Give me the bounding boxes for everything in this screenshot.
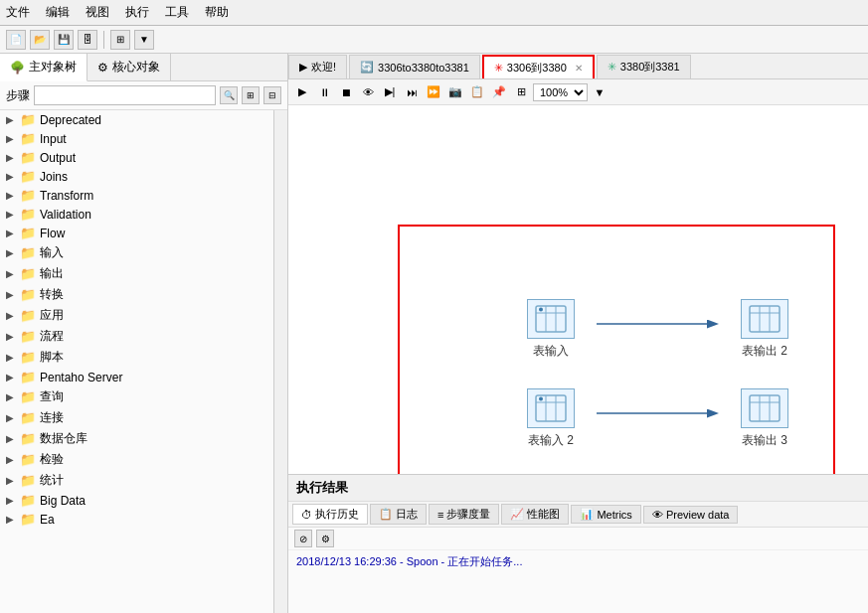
- tree-label-4: Transform: [40, 189, 93, 203]
- node-table-input-2[interactable]: 表输入 2: [527, 388, 575, 449]
- zoom-dropdown[interactable]: ▼: [590, 82, 609, 102]
- new-button[interactable]: 📄: [6, 30, 26, 50]
- preview-button[interactable]: 👁: [358, 82, 378, 102]
- zoom-select[interactable]: 100% 50% 75% 150% 200%: [533, 83, 588, 101]
- history-label: 执行历史: [315, 507, 359, 522]
- node-table-input-1[interactable]: 表输入: [527, 299, 575, 360]
- tree-label-2: Output: [40, 151, 76, 165]
- tree-item-20[interactable]: ▶ 📁 Ea: [0, 510, 273, 529]
- tree-item-5[interactable]: ▶ 📁 Validation: [0, 205, 273, 224]
- copy-button[interactable]: 📋: [467, 82, 487, 102]
- bottom-tab-preview[interactable]: 👁 Preview data: [643, 506, 739, 524]
- tree-item-17[interactable]: ▶ 📁 检验: [0, 449, 273, 470]
- next-step-button[interactable]: ⏭: [402, 82, 422, 102]
- tree-item-14[interactable]: ▶ 📁 查询: [0, 386, 273, 407]
- capture-button[interactable]: 📷: [445, 82, 465, 102]
- tree-label-13: Pentaho Server: [40, 371, 122, 384]
- tree-item-15[interactable]: ▶ 📁 连接: [0, 407, 273, 428]
- search-button[interactable]: 🔍: [220, 86, 238, 104]
- tree-item-10[interactable]: ▶ 📁 应用: [0, 305, 273, 326]
- bottom-tabs: ⏱ 执行历史 📋 日志 ≡ 步骤度量 📈 性能图 📊 Metrics: [288, 502, 868, 528]
- tree-arrow-0: ▶: [6, 114, 16, 125]
- tree-item-0[interactable]: ▶ 📁 Deprecated: [0, 110, 273, 129]
- tree-item-11[interactable]: ▶ 📁 流程: [0, 326, 273, 347]
- menu-run[interactable]: 执行: [125, 4, 149, 21]
- tree-item-9[interactable]: ▶ 📁 转换: [0, 284, 273, 305]
- tree-area: ▶ 📁 Deprecated▶ 📁 Input▶ 📁 Output▶ 📁 Joi…: [0, 110, 273, 613]
- tab-3306to3380[interactable]: ✳ 3306到3380 ✕: [482, 55, 595, 78]
- bottom-tab-log[interactable]: 📋 日志: [370, 504, 427, 525]
- tree-arrow-9: ▶: [6, 289, 16, 300]
- tree-item-6[interactable]: ▶ 📁 Flow: [0, 224, 273, 242]
- step-button[interactable]: ⏩: [424, 82, 443, 102]
- node-table-output-3[interactable]: 表输出 3: [741, 388, 788, 449]
- tree-arrow-13: ▶: [6, 372, 16, 383]
- svg-point-16: [539, 397, 543, 401]
- tab-3306to3381[interactable]: 🔄 3306to3380to3381: [349, 55, 480, 78]
- step-metrics-icon: ≡: [437, 509, 443, 521]
- node-icon-table-output-3: [741, 388, 788, 428]
- tree-arrow-16: ▶: [6, 433, 16, 444]
- layers-button[interactable]: ⊞: [110, 30, 130, 50]
- tree-label-19: Big Data: [40, 494, 86, 508]
- tree-item-8[interactable]: ▶ 📁 输出: [0, 263, 273, 284]
- collapse-button[interactable]: ⊟: [263, 86, 281, 104]
- menu-edit[interactable]: 编辑: [46, 4, 70, 21]
- tab-core-objects[interactable]: ⚙ 核心对象: [87, 54, 171, 80]
- paste-button[interactable]: 📌: [489, 82, 509, 102]
- canvas-area[interactable]: 表输入 表输出 2: [288, 105, 868, 474]
- tree-folder-16: 📁: [20, 431, 36, 446]
- step-metrics-label: 步骤度量: [446, 507, 490, 522]
- node-label-table-output-2: 表输出 2: [742, 343, 787, 360]
- menu-tools[interactable]: 工具: [165, 4, 189, 21]
- save-button[interactable]: 💾: [54, 30, 74, 50]
- tree-folder-8: 📁: [20, 266, 36, 281]
- preview-icon: 👁: [652, 509, 663, 521]
- menu-help[interactable]: 帮助: [205, 4, 229, 21]
- tree-item-13[interactable]: ▶ 📁 Pentaho Server: [0, 368, 273, 386]
- tree-item-3[interactable]: ▶ 📁 Joins: [0, 167, 273, 186]
- menu-view[interactable]: 视图: [86, 4, 109, 21]
- toolbar-sep1: [103, 31, 104, 49]
- tree-folder-11: 📁: [20, 329, 36, 344]
- bottom-tab-history[interactable]: ⏱ 执行历史: [292, 504, 368, 525]
- expand-button[interactable]: ⊞: [242, 86, 260, 104]
- fit-button[interactable]: ⊞: [511, 82, 531, 102]
- node-table-output-2[interactable]: 表输出 2: [741, 299, 788, 360]
- tree-folder-6: 📁: [20, 226, 36, 240]
- tab-main-objects[interactable]: 🌳 主对象树: [0, 54, 87, 81]
- tree-item-16[interactable]: ▶ 📁 数据仓库: [0, 428, 273, 449]
- tab-welcome-icon: ▶: [299, 61, 307, 74]
- open-button[interactable]: 📂: [30, 30, 50, 50]
- dropdown-button[interactable]: ▼: [134, 30, 154, 50]
- tree-folder-12: 📁: [20, 350, 36, 365]
- scrollbar[interactable]: [273, 110, 287, 613]
- tree-item-7[interactable]: ▶ 📁 输入: [0, 242, 273, 263]
- saveas-button[interactable]: 🗄: [78, 30, 97, 50]
- settings-button[interactable]: ⚙: [316, 530, 334, 547]
- debug-button[interactable]: ▶|: [380, 82, 400, 102]
- search-input[interactable]: [34, 85, 216, 105]
- play-button[interactable]: ▶: [292, 82, 312, 102]
- pause-button[interactable]: ⏸: [314, 82, 334, 102]
- tree-item-19[interactable]: ▶ 📁 Big Data: [0, 491, 273, 510]
- tree-item-18[interactable]: ▶ 📁 统计: [0, 470, 273, 491]
- tab-welcome[interactable]: ▶ 欢迎!: [288, 55, 347, 78]
- bottom-tab-metrics[interactable]: 📊 Metrics: [571, 505, 640, 524]
- tree-arrow-10: ▶: [6, 310, 16, 321]
- menu-file[interactable]: 文件: [6, 4, 30, 21]
- tab-3306to3381-icon: 🔄: [360, 61, 374, 74]
- tree-item-2[interactable]: ▶ 📁 Output: [0, 148, 273, 167]
- bottom-tab-perf[interactable]: 📈 性能图: [501, 504, 569, 525]
- tab-3380to3381[interactable]: ✳ 3380到3381: [597, 55, 691, 78]
- tab-3306to3380-close[interactable]: ✕: [575, 63, 583, 74]
- clear-button[interactable]: ⊘: [294, 530, 312, 547]
- stop-button[interactable]: ⏹: [336, 82, 356, 102]
- tree-item-12[interactable]: ▶ 📁 脚本: [0, 347, 273, 368]
- tabs-bar: ▶ 欢迎! 🔄 3306to3380to3381 ✳ 3306到3380 ✕ ✳…: [288, 54, 868, 79]
- tree-label-18: 统计: [40, 472, 64, 489]
- tree-item-1[interactable]: ▶ 📁 Input: [0, 129, 273, 148]
- bottom-tab-step-metrics[interactable]: ≡ 步骤度量: [429, 504, 499, 525]
- tree-item-4[interactable]: ▶ 📁 Transform: [0, 186, 273, 205]
- tree-folder-18: 📁: [20, 473, 36, 488]
